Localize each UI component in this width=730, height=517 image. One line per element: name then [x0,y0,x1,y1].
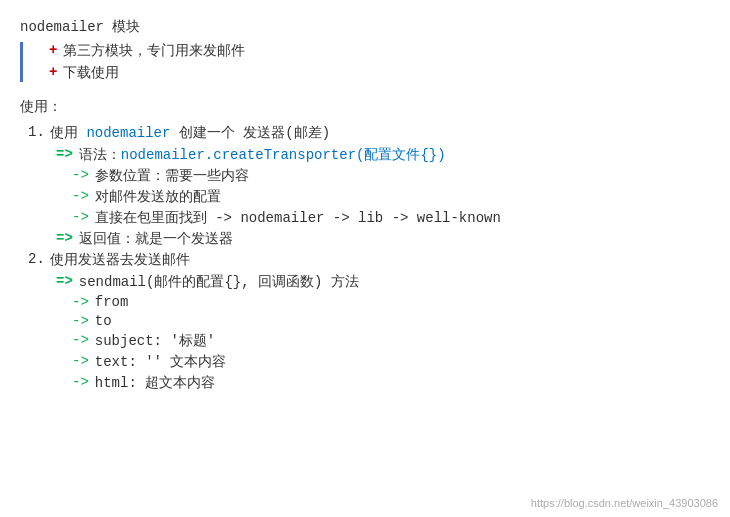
item1-suffix: 创建一个 发送器(邮差) [179,125,330,141]
sub-sub-item-2-3: -> subject: '标题' [72,332,710,350]
numbered-item-1: 1. 使用 nodemailer 创建一个 发送器(邮差) [28,124,710,142]
sub-sub-item-1-3: -> 直接在包里面找到 -> nodemailer -> lib -> well… [72,209,710,227]
thin-arrow-1-1: -> [72,167,89,183]
main-content: nodemailer 模块 + 第三方模块，专门用来发邮件 + 下载使用 使用：… [16,10,714,403]
plus-icon-2: + [49,64,57,80]
thin-arrow-2-4: -> [72,353,89,369]
numbered-item-2: 2. 使用发送器去发送邮件 [28,251,710,269]
bullet-text-2: 下载使用 [63,64,119,82]
code-createtransporter: nodemailer.createTransporter(配置文件{}) [121,147,446,163]
usage-title: 使用： [20,98,710,116]
item1-prefix: 使用 [50,125,78,141]
section1-title: nodemailer 模块 [20,18,710,36]
sub-item-2-1: => sendmail(邮件的配置{}, 回调函数) 方法 [56,273,710,291]
sub-sub-text-2-1: from [95,294,129,310]
num-label-1: 1. [28,124,46,140]
usage-item-1: 1. 使用 nodemailer 创建一个 发送器(邮差) => 语法：node… [20,124,710,248]
thin-arrow-1-2: -> [72,188,89,204]
sub-text-1-2: 返回值：就是一个发送器 [79,230,233,248]
sub-sub-item-2-4: -> text: '' 文本内容 [72,353,710,371]
thin-arrow-2-1: -> [72,294,89,310]
sub-text-2-1: sendmail(邮件的配置{}, 回调函数) 方法 [79,273,359,291]
sub-text-1-1: 语法：nodemailer.createTransporter(配置文件{}) [79,146,446,164]
sub-sub-text-2-4: text: '' 文本内容 [95,353,227,371]
sub-sub-text-2-3: subject: '标题' [95,332,215,350]
sub-item-1-1: => 语法：nodemailer.createTransporter(配置文件{… [56,146,710,164]
item1-keyword: nodemailer [86,125,170,141]
sub-sub-item-1-1: -> 参数位置：需要一些内容 [72,167,710,185]
thin-arrow-2-3: -> [72,332,89,348]
thin-arrow-2-2: -> [72,313,89,329]
num-text-1: 使用 nodemailer 创建一个 发送器(邮差) [50,124,330,142]
fat-arrow-2: => [56,230,73,246]
sub-sub-item-2-2: -> to [72,313,710,329]
bullet-text-1: 第三方模块，专门用来发邮件 [63,42,245,60]
sub-sub-item-2-5: -> html: 超文本内容 [72,374,710,392]
sub-sub-item-1-2: -> 对邮件发送放的配置 [72,188,710,206]
bullet-item-1: + 第三方模块，专门用来发邮件 [49,42,710,60]
fat-arrow-1: => [56,146,73,162]
section-usage: 使用： 1. 使用 nodemailer 创建一个 发送器(邮差) => 语法：… [20,98,710,392]
sub-item-1-2: => 返回值：就是一个发送器 [56,230,710,248]
sub-sub-text-2-2: to [95,313,112,329]
plus-icon-1: + [49,42,57,58]
sub-sub-item-2-1: -> from [72,294,710,310]
bullet-item-2: + 下载使用 [49,64,710,82]
sub-sub-text-2-5: html: 超文本内容 [95,374,215,392]
section1-body: + 第三方模块，专门用来发邮件 + 下载使用 [20,42,710,82]
thin-arrow-1-3: -> [72,209,89,225]
num-label-2: 2. [28,251,46,267]
section-nodemailer: nodemailer 模块 + 第三方模块，专门用来发邮件 + 下载使用 [20,18,710,82]
sub-sub-text-1-2: 对邮件发送放的配置 [95,188,221,206]
watermark: https://blog.csdn.net/weixin_43903086 [531,497,718,509]
sub-sub-text-1-1: 参数位置：需要一些内容 [95,167,249,185]
sub-sub-text-1-3: 直接在包里面找到 -> nodemailer -> lib -> well-kn… [95,209,501,227]
num-text-2: 使用发送器去发送邮件 [50,251,190,269]
thin-arrow-2-5: -> [72,374,89,390]
fat-arrow-3: => [56,273,73,289]
usage-item-2: 2. 使用发送器去发送邮件 => sendmail(邮件的配置{}, 回调函数)… [20,251,710,392]
